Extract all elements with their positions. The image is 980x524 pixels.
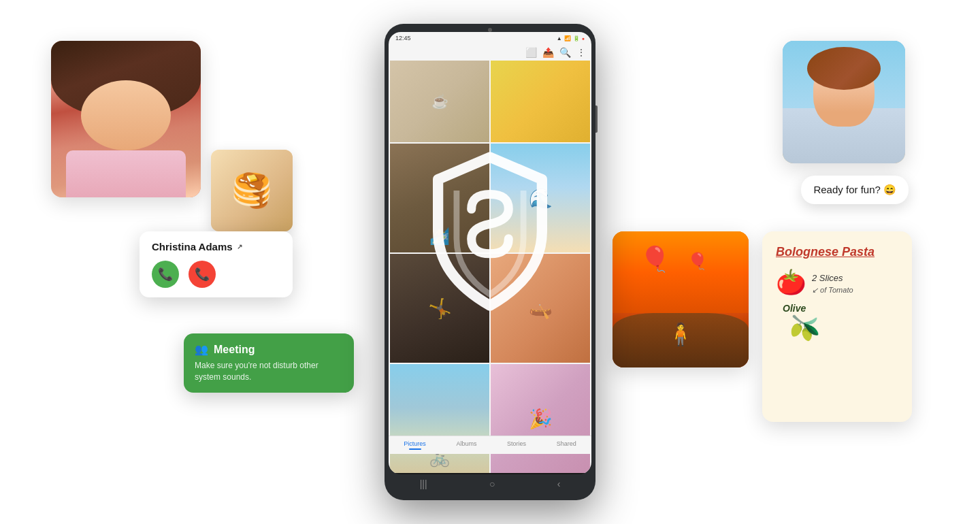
gallery-cell-7[interactable]: 🚲 <box>390 364 489 473</box>
tablet-screen: 12:45 ▲ 📶 🔋 ● ⬜ 📤 🔍 ⋮ ☕ <box>389 32 591 474</box>
beach-profile-photo <box>783 41 905 163</box>
caller-name-text: Christina Adams <box>152 241 233 252</box>
meeting-title-text: Meeting <box>214 344 255 356</box>
tablet: 12:45 ▲ 📶 🔋 ● ⬜ 📤 🔍 ⋮ ☕ <box>385 24 595 500</box>
gallery-cell-3[interactable]: 🏄 <box>390 144 489 252</box>
message-text: Ready for fun? 😄 <box>813 184 896 195</box>
tablet-side-button <box>595 105 598 133</box>
search-icon[interactable]: 🔍 <box>559 47 571 58</box>
shared-tab-label: Shared <box>557 440 576 447</box>
tablet-status-bar: 12:45 ▲ 📶 🔋 ● <box>389 32 591 44</box>
back-button[interactable]: ‹ <box>557 478 561 489</box>
meeting-notification: 👥 Meeting Make sure you're not disturb o… <box>184 333 354 393</box>
balloon-emoji-2: 🎈 <box>687 252 708 271</box>
gallery-grid: ☕ 🏄 🌊 <box>389 61 591 473</box>
people-icon: 👥 <box>195 343 208 356</box>
gallery-app: ⬜ 📤 🔍 ⋮ ☕ 🏄 <box>389 44 591 473</box>
android-nav-bar: ||| ○ ‹ <box>389 474 591 493</box>
wifi-icon: ▲ <box>557 35 562 42</box>
battery-icon: 🔋 <box>573 35 580 42</box>
recipe-olive-section: Olive 🫒 <box>776 303 898 342</box>
cast-icon[interactable]: ⬜ <box>525 47 537 58</box>
meeting-body-text: Make sure you're not disturb other syste… <box>195 360 343 383</box>
gallery-nav-albums[interactable]: Albums <box>456 440 476 450</box>
gallery-toolbar: ⬜ 📤 🔍 ⋮ <box>389 44 591 61</box>
share-icon[interactable]: 📤 <box>542 47 554 58</box>
tablet-camera <box>488 28 492 32</box>
beach-scene <box>783 41 905 163</box>
olive-icon: 🫒 <box>789 314 898 342</box>
albums-tab-label: Albums <box>456 440 476 447</box>
phone-decline-icon: 📞 <box>195 267 210 282</box>
message-bubble: Ready for fun? 😄 <box>801 176 909 204</box>
home-button[interactable]: ○ <box>489 478 495 489</box>
notification-dot: ● <box>582 36 585 41</box>
recipe-tomato-item: 🍅 2 Slices ↙ of Tomato <box>776 270 898 295</box>
gallery-nav-shared[interactable]: Shared <box>557 440 576 450</box>
gallery-cell-8[interactable]: 🎉 <box>491 364 590 473</box>
call-name: Christina Adams ↗ <box>152 241 280 252</box>
gallery-cell-6[interactable]: 🛶 <box>491 254 590 363</box>
gallery-nav-stories[interactable]: Stories <box>507 440 526 450</box>
balloon-emoji: 🎈 <box>640 245 670 274</box>
gallery-cell-5[interactable]: 🤸 <box>390 254 489 363</box>
tomato-label: ↙ of Tomato <box>812 283 853 295</box>
more-options-icon[interactable]: ⋮ <box>576 47 586 58</box>
tomato-icon: 🍅 <box>776 270 806 295</box>
person-icon: 🧍 <box>667 321 694 347</box>
pictures-tab-label: Pictures <box>404 440 426 447</box>
external-link-icon: ↗ <box>237 243 242 250</box>
gallery-cell-1[interactable]: ☕ <box>390 61 489 142</box>
food-photo: 🥞 <box>211 150 293 231</box>
phone-accept-icon: 📞 <box>158 267 173 282</box>
stories-tab-label: Stories <box>507 440 526 447</box>
gallery-bottom-nav: Pictures Albums Stories Shared <box>389 436 591 454</box>
recipe-title: Bolognese Pasta <box>776 245 898 259</box>
olive-label: Olive <box>783 303 898 314</box>
tomato-quantity: 2 Slices <box>812 270 853 283</box>
gallery-cell-2[interactable] <box>491 61 590 142</box>
gallery-nav-pictures[interactable]: Pictures <box>404 440 426 450</box>
recipe-card: Bolognese Pasta 🍅 2 Slices ↙ of Tomato O… <box>762 231 912 422</box>
signal-icon: 📶 <box>564 35 571 42</box>
profile-photo-left <box>51 41 201 197</box>
status-time: 12:45 <box>395 35 411 42</box>
accept-call-button[interactable]: 📞 <box>152 261 179 288</box>
balloon-photo: 🎈 🎈 🧍 <box>612 231 749 367</box>
meeting-title: 👥 Meeting <box>195 343 343 356</box>
status-icons: ▲ 📶 🔋 ● <box>557 35 585 42</box>
balloon-landscape: 🎈 🎈 🧍 <box>612 231 749 367</box>
food-emoji: 🥞 <box>231 171 272 210</box>
recents-button[interactable]: ||| <box>420 478 427 489</box>
active-tab-indicator <box>409 448 421 450</box>
decline-call-button[interactable]: 📞 <box>189 261 216 288</box>
call-notification: Christina Adams ↗ 📞 📞 <box>140 231 293 297</box>
call-buttons: 📞 📞 <box>152 261 280 288</box>
gallery-cell-4[interactable]: 🌊 <box>491 144 590 252</box>
